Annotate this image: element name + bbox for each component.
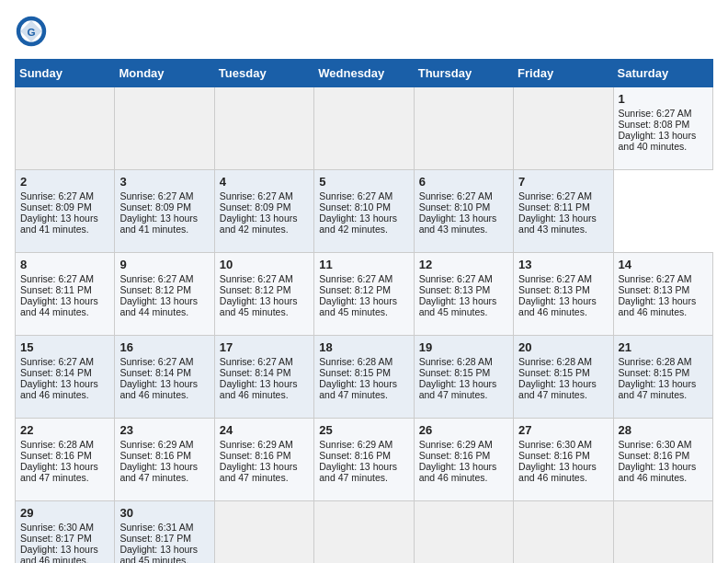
day-number: 30 [119,506,209,520]
calendar-day: 30 Sunrise: 6:31 AMSunset: 8:17 PMDaylig… [115,501,214,564]
calendar-day: 18 Sunrise: 6:28 AMSunset: 8:15 PMDaylig… [314,336,414,419]
day-number: 2 [20,175,109,189]
day-number: 15 [20,340,109,354]
calendar-day: 22 Sunrise: 6:28 AMSunset: 8:16 PMDaylig… [16,419,115,501]
calendar-week-row: 29 Sunrise: 6:30 AMSunset: 8:17 PMDaylig… [16,501,713,564]
calendar-day: 7 Sunrise: 6:27 AMSunset: 8:11 PMDayligh… [514,170,613,253]
calendar-day: 5 Sunrise: 6:27 AMSunset: 8:10 PMDayligh… [314,170,414,253]
calendar-day: 16 Sunrise: 6:27 AMSunset: 8:14 PMDaylig… [115,336,214,419]
day-number: 18 [319,340,408,354]
weekday-header-thursday: Thursday [414,60,513,87]
weekday-header-saturday: Saturday [613,60,712,87]
empty-cell [115,87,214,170]
calendar-day: 29 Sunrise: 6:30 AMSunset: 8:17 PMDaylig… [16,501,115,564]
day-number: 14 [619,258,708,271]
day-number: 19 [419,340,508,354]
day-number: 28 [619,423,708,437]
day-number: 27 [518,423,608,437]
day-number: 12 [419,258,508,271]
day-number: 20 [518,340,608,354]
day-number: 3 [119,175,209,189]
calendar-table: SundayMondayTuesdayWednesdayThursdayFrid… [15,59,713,563]
empty-cell [613,501,712,564]
weekday-header-wednesday: Wednesday [314,60,414,87]
calendar-day: 24 Sunrise: 6:29 AMSunset: 8:16 PMDaylig… [214,419,313,501]
calendar-day: 15 Sunrise: 6:27 AMSunset: 8:14 PMDaylig… [16,336,115,419]
empty-cell [314,87,414,170]
calendar-week-row: 8 Sunrise: 6:27 AMSunset: 8:11 PMDayligh… [16,253,713,336]
day-number: 11 [319,258,408,271]
calendar-day: 13 Sunrise: 6:27 AMSunset: 8:13 PMDaylig… [514,253,613,336]
calendar-day: 23 Sunrise: 6:29 AMSunset: 8:16 PMDaylig… [115,419,214,501]
calendar-day: 9 Sunrise: 6:27 AMSunset: 8:12 PMDayligh… [115,253,214,336]
empty-cell [16,87,115,170]
day-number: 1 [619,92,708,106]
calendar-header-row: SundayMondayTuesdayWednesdayThursdayFrid… [16,60,713,87]
calendar-day: 26 Sunrise: 6:29 AMSunset: 8:16 PMDaylig… [414,419,513,501]
calendar-day: 28 Sunrise: 6:30 AMSunset: 8:16 PMDaylig… [613,419,712,501]
day-number: 16 [119,340,209,354]
empty-cell [214,87,313,170]
day-number: 17 [220,340,309,354]
weekday-header-friday: Friday [514,60,613,87]
empty-cell [414,501,513,564]
calendar-day: 8 Sunrise: 6:27 AMSunset: 8:11 PMDayligh… [16,253,115,336]
empty-cell [414,87,513,170]
logo: G [15,15,51,48]
weekday-header-sunday: Sunday [16,60,115,87]
calendar-day: 21 Sunrise: 6:28 AMSunset: 8:15 PMDaylig… [613,336,712,419]
day-number: 6 [419,175,508,189]
calendar-day: 10 Sunrise: 6:27 AMSunset: 8:12 PMDaylig… [214,253,313,336]
svg-text:G: G [27,26,35,38]
day-number: 26 [419,423,508,437]
day-number: 21 [619,340,708,354]
empty-cell [214,501,313,564]
calendar-day: 12 Sunrise: 6:27 AMSunset: 8:13 PMDaylig… [414,253,513,336]
calendar-day: 25 Sunrise: 6:29 AMSunset: 8:16 PMDaylig… [314,419,414,501]
logo-icon: G [15,15,48,48]
day-number: 29 [20,506,109,520]
calendar-week-row: 2 Sunrise: 6:27 AMSunset: 8:09 PMDayligh… [16,170,713,253]
day-number: 24 [220,423,309,437]
calendar-day: 17 Sunrise: 6:27 AMSunset: 8:14 PMDaylig… [214,336,313,419]
calendar-week-row: 22 Sunrise: 6:28 AMSunset: 8:16 PMDaylig… [16,419,713,501]
calendar-day: 3 Sunrise: 6:27 AMSunset: 8:09 PMDayligh… [115,170,214,253]
empty-cell [314,501,414,564]
calendar-day: 4 Sunrise: 6:27 AMSunset: 8:09 PMDayligh… [214,170,313,253]
calendar-day: 1 Sunrise: 6:27 AMSunset: 8:08 PMDayligh… [613,87,712,170]
weekday-header-tuesday: Tuesday [214,60,313,87]
day-number: 10 [220,258,309,271]
day-number: 13 [518,258,608,271]
calendar-day: 14 Sunrise: 6:27 AMSunset: 8:13 PMDaylig… [613,253,712,336]
day-number: 4 [220,175,309,189]
empty-cell [514,87,613,170]
calendar-day: 2 Sunrise: 6:27 AMSunset: 8:09 PMDayligh… [16,170,115,253]
weekday-header-monday: Monday [115,60,214,87]
day-number: 5 [319,175,408,189]
day-number: 25 [319,423,408,437]
calendar-day: 19 Sunrise: 6:28 AMSunset: 8:15 PMDaylig… [414,336,513,419]
day-number: 8 [20,258,109,271]
day-number: 7 [518,175,608,189]
calendar-day: 27 Sunrise: 6:30 AMSunset: 8:16 PMDaylig… [514,419,613,501]
day-number: 23 [119,423,209,437]
calendar-week-row: 1 Sunrise: 6:27 AMSunset: 8:08 PMDayligh… [16,87,713,170]
calendar-day: 6 Sunrise: 6:27 AMSunset: 8:10 PMDayligh… [414,170,513,253]
empty-cell [514,501,613,564]
calendar-day: 20 Sunrise: 6:28 AMSunset: 8:15 PMDaylig… [514,336,613,419]
day-number: 9 [119,258,209,271]
calendar-week-row: 15 Sunrise: 6:27 AMSunset: 8:14 PMDaylig… [16,336,713,419]
calendar-day: 11 Sunrise: 6:27 AMSunset: 8:12 PMDaylig… [314,253,414,336]
page-header: G [15,15,713,48]
day-number: 22 [20,423,109,437]
